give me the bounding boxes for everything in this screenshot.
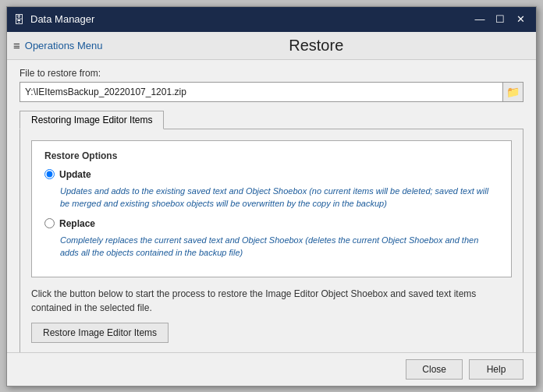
update-label[interactable]: Update: [59, 169, 91, 180]
browse-button[interactable]: 📁: [503, 82, 523, 102]
restore-button-container: Restore Image Editor Items: [31, 323, 512, 343]
replace-label[interactable]: Replace: [59, 218, 95, 229]
folder-icon: 📁: [506, 86, 520, 98]
update-radio-row: Update: [44, 169, 499, 180]
app-icon: 🗄: [13, 13, 24, 26]
main-window: 🗄 Data Manager — ☐ ✕ ≡ Operations Menu R…: [6, 6, 537, 387]
replace-radio-row: Replace: [44, 218, 499, 229]
replace-description: Completely replaces the current saved te…: [60, 234, 499, 260]
restore-image-editor-button[interactable]: Restore Image Editor Items: [31, 323, 169, 343]
close-window-button[interactable]: ✕: [511, 11, 530, 28]
tab-bar: Restoring Image Editor Items: [20, 110, 523, 129]
replace-radio[interactable]: [44, 218, 55, 228]
window-controls: — ☐ ✕: [470, 11, 530, 28]
operations-menu[interactable]: Operations Menu: [25, 40, 103, 51]
tab-restoring-editor-items[interactable]: Restoring Image Editor Items: [20, 111, 164, 129]
close-button[interactable]: Close: [406, 359, 463, 380]
title-bar: 🗄 Data Manager — ☐ ✕: [7, 7, 536, 32]
options-group-title: Restore Options: [44, 150, 499, 161]
restore-options-group: Restore Options Update Updates and adds …: [31, 140, 512, 277]
tab-content: Restore Options Update Updates and adds …: [20, 129, 523, 352]
file-label: File to restore from:: [20, 68, 523, 79]
maximize-button[interactable]: ☐: [491, 11, 509, 28]
page-title: Restore: [103, 37, 531, 55]
file-path-input[interactable]: [20, 82, 503, 102]
window-title: Data Manager: [30, 13, 470, 25]
menu-bar: ≡ Operations Menu Restore: [7, 32, 536, 60]
minimize-button[interactable]: —: [470, 11, 489, 28]
help-button[interactable]: Help: [469, 359, 523, 380]
update-radio[interactable]: [44, 169, 55, 179]
footer: Close Help: [7, 352, 536, 386]
info-text: Click the button below to start the proc…: [31, 287, 512, 315]
content-area: File to restore from: 📁 Restoring Image …: [7, 60, 536, 352]
hamburger-icon: ≡: [13, 39, 20, 52]
update-description: Updates and adds to the existing saved t…: [60, 185, 499, 210]
file-input-row: 📁: [20, 82, 523, 102]
